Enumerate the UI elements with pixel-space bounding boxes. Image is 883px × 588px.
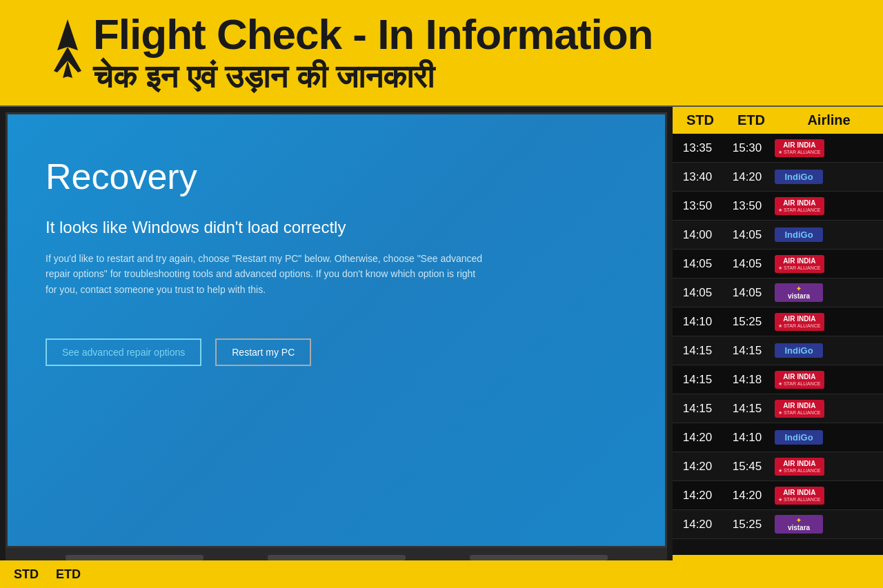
etd-time: 14:15 — [722, 401, 772, 417]
flight-row: 14:20 14:10 IndiGo — [673, 423, 883, 452]
std-time: 14:15 — [673, 343, 722, 359]
std-time: 14:20 — [673, 458, 722, 475]
etd-time: 15:45 — [722, 458, 772, 475]
bsod-buttons: See advanced repair options Restart my P… — [46, 338, 627, 366]
etd-time: 14:20 — [722, 487, 772, 504]
flight-row: 14:20 15:25 ✦ vistara — [673, 510, 883, 539]
etd-time: 15:25 — [722, 516, 772, 533]
air-india-badge: AIR INDIA ★ STAR ALLIANCE — [775, 487, 824, 505]
flight-row: 14:05 14:05 AIR INDIA ★ STAR ALLIANCE — [673, 250, 883, 278]
bottom-bar-text: STD ETD — [14, 567, 81, 582]
airline-cell: IndiGo — [772, 428, 883, 447]
header-banner: Flight Check - In Information चेक इन एवं… — [0, 0, 883, 107]
bottom-bar: STD ETD — [0, 560, 883, 588]
bsod-main-message: It looks like Windows didn't load correc… — [46, 218, 627, 237]
header-hindi: चेक इन एवं उड़ान की जानकारी — [93, 58, 653, 96]
airline-cell: AIR INDIA ★ STAR ALLIANCE — [772, 369, 883, 391]
flight-row: 14:05 14:05 ✦ vistara — [673, 278, 883, 307]
advanced-repair-button[interactable]: See advanced repair options — [46, 338, 201, 366]
airline-cell: AIR INDIA ★ STAR ALLIANCE — [772, 137, 883, 159]
flight-row: 14:10 15:25 AIR INDIA ★ STAR ALLIANCE — [673, 307, 883, 336]
bezel-button-3 — [470, 555, 608, 560]
bsod-screen: Recovery It looks like Windows didn't lo… — [6, 112, 667, 548]
std-time: 14:00 — [673, 227, 722, 243]
airline-cell: ✦ vistara — [772, 513, 883, 536]
flight-row: 14:20 14:20 AIR INDIA ★ STAR ALLIANCE — [673, 481, 883, 510]
etd-time: 14:15 — [722, 343, 772, 359]
etd-time: 15:30 — [722, 140, 772, 156]
airline-cell: ✦ vistara — [772, 281, 883, 304]
col-header-std: STD — [675, 111, 725, 130]
indigo-badge: IndiGo — [775, 170, 823, 184]
airline-cell: AIR INDIA ★ STAR ALLIANCE — [772, 311, 883, 333]
bezel-button-1 — [66, 555, 204, 560]
airline-cell: IndiGo — [772, 225, 883, 244]
std-time: 14:20 — [673, 429, 722, 446]
air-india-badge: AIR INDIA ★ STAR ALLIANCE — [775, 313, 824, 331]
airline-cell: AIR INDIA ★ STAR ALLIANCE — [772, 253, 883, 275]
etd-time: 14:05 — [722, 285, 772, 301]
main-area: Recovery It looks like Windows didn't lo… — [0, 107, 883, 588]
bsod-title: Recovery — [46, 156, 627, 197]
air-india-badge: AIR INDIA ★ STAR ALLIANCE — [775, 197, 824, 215]
col-header-airline: Airline — [777, 111, 880, 130]
flight-row: 14:15 14:15 AIR INDIA ★ STAR ALLIANCE — [673, 394, 883, 423]
restart-pc-button[interactable]: Restart my PC — [215, 338, 311, 366]
std-time: 13:35 — [673, 140, 722, 156]
etd-time: 15:25 — [722, 314, 772, 330]
flight-row: 14:00 14:05 IndiGo — [673, 221, 883, 250]
header-text: Flight Check - In Information चेक इन एवं… — [93, 11, 653, 96]
etd-time: 14:20 — [722, 169, 772, 185]
indigo-badge: IndiGo — [775, 227, 823, 242]
air-india-badge: AIR INDIA ★ STAR ALLIANCE — [775, 139, 824, 157]
vistara-badge: ✦ vistara — [775, 515, 823, 534]
std-time: 14:15 — [673, 372, 722, 388]
vistara-badge: ✦ vistara — [775, 283, 823, 302]
std-time: 14:20 — [673, 516, 722, 533]
indigo-badge: IndiGo — [775, 430, 823, 445]
header-english: Flight Check - In Information — [93, 11, 653, 58]
flight-row: 14:15 14:15 IndiGo — [673, 336, 883, 365]
flight-row: 13:40 14:20 IndiGo — [673, 163, 883, 192]
airline-cell: AIR INDIA ★ STAR ALLIANCE — [772, 485, 883, 507]
flight-board: STD ETD Airline 13:35 15:30 AIR INDIA ★ … — [673, 107, 883, 588]
indigo-badge: IndiGo — [775, 343, 823, 358]
etd-time: 14:05 — [722, 256, 772, 272]
airline-cell: AIR INDIA ★ STAR ALLIANCE — [772, 398, 883, 420]
etd-time: 13:50 — [722, 198, 772, 214]
banner-icon — [48, 12, 86, 95]
std-time: 14:10 — [673, 314, 722, 330]
flight-row: 14:20 15:45 AIR INDIA ★ STAR ALLIANCE — [673, 452, 883, 481]
air-india-badge: AIR INDIA ★ STAR ALLIANCE — [775, 400, 824, 418]
std-time: 14:15 — [673, 401, 722, 417]
std-time: 14:05 — [673, 285, 722, 301]
etd-time: 14:10 — [722, 429, 772, 446]
std-time: 14:05 — [673, 256, 722, 272]
air-india-badge: AIR INDIA ★ STAR ALLIANCE — [775, 371, 824, 389]
flight-rows: 13:35 15:30 AIR INDIA ★ STAR ALLIANCE 13… — [673, 134, 883, 555]
bsod-container: Recovery It looks like Windows didn't lo… — [0, 107, 673, 588]
std-time: 14:20 — [673, 487, 722, 504]
std-time: 13:40 — [673, 169, 722, 185]
flight-board-header: STD ETD Airline — [673, 107, 883, 134]
bsod-sub-message: If you'd like to restart and try again, … — [46, 251, 487, 297]
airline-cell: AIR INDIA ★ STAR ALLIANCE — [772, 456, 883, 478]
air-india-badge: AIR INDIA ★ STAR ALLIANCE — [775, 255, 824, 273]
flight-row: 13:50 13:50 AIR INDIA ★ STAR ALLIANCE — [673, 192, 883, 221]
airline-cell: IndiGo — [772, 341, 883, 360]
flight-row: 13:35 15:30 AIR INDIA ★ STAR ALLIANCE — [673, 134, 883, 163]
svg-marker-0 — [57, 19, 78, 50]
airline-cell: IndiGo — [772, 168, 883, 186]
flight-row: 14:15 14:18 AIR INDIA ★ STAR ALLIANCE — [673, 365, 883, 394]
col-header-etd: ETD — [726, 111, 776, 130]
air-india-badge: AIR INDIA ★ STAR ALLIANCE — [775, 458, 824, 476]
std-time: 13:50 — [673, 198, 722, 214]
etd-time: 14:18 — [722, 372, 772, 388]
bezel-button-2 — [268, 555, 406, 560]
airline-cell: AIR INDIA ★ STAR ALLIANCE — [772, 195, 883, 217]
etd-time: 14:05 — [722, 227, 772, 243]
